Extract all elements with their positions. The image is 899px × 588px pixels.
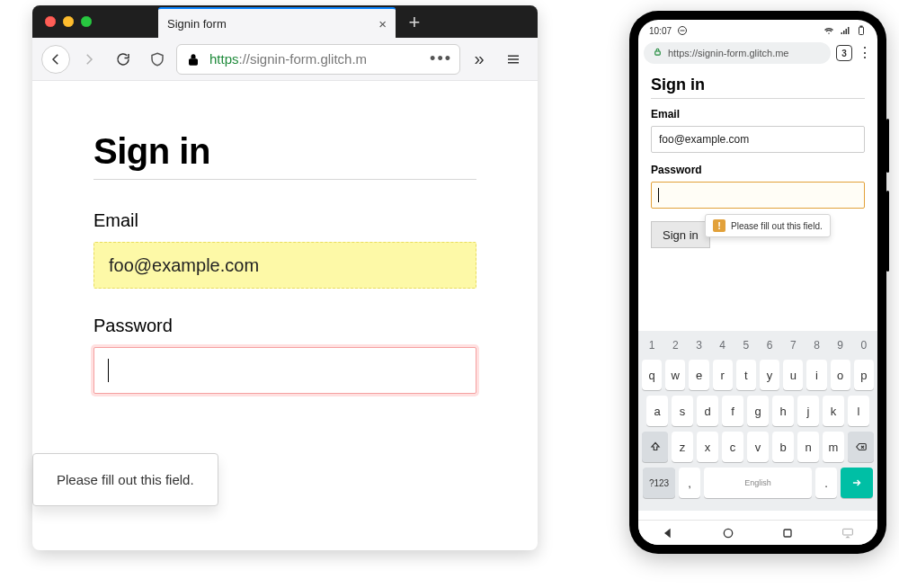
validation-tooltip-text: Please fill out this field.	[731, 221, 823, 231]
zoom-window-button[interactable]	[81, 16, 92, 27]
page-content: Sign in Email Password Please fill out t…	[32, 81, 538, 394]
key-v[interactable]: v	[747, 432, 769, 462]
key-c[interactable]: c	[722, 432, 743, 462]
key-l[interactable]: l	[848, 396, 869, 426]
space-key[interactable]: English	[704, 468, 812, 498]
key-m[interactable]: m	[823, 432, 844, 462]
phone-power-button	[886, 191, 889, 272]
key-x[interactable]: x	[697, 432, 718, 462]
key-0[interactable]: 0	[854, 336, 874, 354]
phone-volume-button	[886, 119, 889, 173]
keyboard-hide-icon[interactable]	[841, 526, 855, 540]
reload-button[interactable]	[108, 44, 138, 75]
tab-switcher-button[interactable]: 3	[836, 45, 852, 61]
tab-count-value: 3	[841, 49, 847, 58]
wifi-icon	[823, 25, 834, 36]
page-actions-icon[interactable]: •••	[430, 49, 452, 68]
address-bar[interactable]: https://signin-form.glitch.m •••	[176, 44, 460, 75]
key-h[interactable]: h	[772, 396, 794, 426]
tracking-protection-button[interactable]	[142, 44, 173, 75]
password-label: Password	[93, 316, 476, 336]
key-q[interactable]: q	[642, 360, 662, 390]
key-1[interactable]: 1	[642, 336, 662, 354]
symbols-key[interactable]: ?123	[643, 468, 675, 498]
divider	[93, 179, 476, 180]
arrow-right-icon	[850, 477, 863, 489]
key-n[interactable]: n	[797, 432, 819, 462]
key-a[interactable]: a	[646, 396, 668, 426]
chrome-address-bar[interactable]: https://signin-form.glitch.me	[644, 42, 831, 64]
key-p[interactable]: p	[854, 360, 874, 390]
nav-home-button[interactable]	[721, 526, 735, 540]
arrow-left-icon	[48, 51, 64, 67]
chrome-menu-button[interactable]: ⋮	[858, 46, 872, 60]
forward-button[interactable]	[74, 44, 104, 75]
key-3[interactable]: 3	[689, 336, 708, 354]
key-w[interactable]: w	[665, 360, 685, 390]
new-tab-button[interactable]: +	[401, 7, 428, 38]
email-field[interactable]	[93, 242, 476, 289]
sign-in-button[interactable]: Sign in	[651, 221, 710, 248]
key-s[interactable]: s	[672, 396, 693, 426]
key-7[interactable]: 7	[783, 336, 803, 354]
divider	[651, 98, 865, 99]
key-5[interactable]: 5	[736, 336, 756, 354]
window-controls	[32, 5, 92, 38]
password-field[interactable]	[651, 182, 865, 209]
key-4[interactable]: 4	[713, 336, 733, 354]
keyboard-row-1: qwertyuiop	[642, 360, 874, 390]
minimize-window-button[interactable]	[63, 16, 74, 27]
do-not-disturb-icon	[677, 25, 688, 36]
app-menu-button[interactable]	[498, 44, 529, 75]
browser-toolbar: https://signin-form.glitch.m ••• »	[32, 38, 538, 81]
key-k[interactable]: k	[823, 396, 844, 426]
backspace-key[interactable]	[848, 432, 874, 462]
svg-rect-4	[655, 51, 661, 55]
chrome-url-text: https://signin-form.glitch.me	[668, 48, 789, 58]
password-field[interactable]	[93, 347, 476, 394]
status-time: 10:07	[649, 26, 672, 36]
key-g[interactable]: g	[747, 396, 769, 426]
validation-tooltip: Please fill out this field.	[32, 453, 218, 506]
key-6[interactable]: 6	[760, 336, 779, 354]
shift-key[interactable]	[642, 432, 668, 462]
period-key[interactable]: .	[815, 468, 837, 498]
key-o[interactable]: o	[831, 360, 850, 390]
key-d[interactable]: d	[697, 396, 718, 426]
page-title: Sign in	[93, 131, 476, 172]
toolbar-overflow-button[interactable]: »	[464, 44, 494, 75]
back-button[interactable]	[41, 45, 70, 74]
browser-tab-active[interactable]: Signin form ×	[158, 7, 396, 38]
key-f[interactable]: f	[722, 396, 743, 426]
svg-rect-0	[189, 58, 198, 66]
nav-back-button[interactable]	[661, 526, 675, 540]
key-t[interactable]: t	[736, 360, 756, 390]
nav-recents-button[interactable]	[780, 526, 795, 540]
key-u[interactable]: u	[783, 360, 803, 390]
close-tab-icon[interactable]: ×	[378, 16, 387, 31]
svg-point-5	[724, 529, 732, 537]
comma-key[interactable]: ,	[679, 468, 700, 498]
key-2[interactable]: 2	[665, 336, 685, 354]
text-caret	[108, 359, 109, 382]
key-e[interactable]: e	[689, 360, 708, 390]
browser-tabstrip: Signin form × +	[158, 7, 428, 38]
key-8[interactable]: 8	[806, 336, 826, 354]
close-window-button[interactable]	[45, 16, 56, 27]
email-field[interactable]	[651, 126, 865, 153]
lock-icon	[184, 50, 202, 68]
soft-keyboard: 1234567890 qwertyuiop asdfghjkl zxcvbnm …	[638, 331, 877, 511]
url-text: https://signin-form.glitch.m	[209, 51, 423, 67]
email-label: Email	[93, 210, 476, 231]
key-z[interactable]: z	[672, 432, 693, 462]
key-j[interactable]: j	[797, 396, 819, 426]
enter-key[interactable]	[841, 468, 873, 498]
key-r[interactable]: r	[713, 360, 733, 390]
key-9[interactable]: 9	[831, 336, 850, 354]
validation-tooltip-text: Please fill out this field.	[57, 472, 194, 487]
status-bar: 10:07	[638, 20, 877, 40]
phone-device-frame: 10:07 https://signin-form.glitch.me	[629, 11, 886, 554]
key-b[interactable]: b	[772, 432, 794, 462]
key-y[interactable]: y	[760, 360, 779, 390]
key-i[interactable]: i	[806, 360, 826, 390]
